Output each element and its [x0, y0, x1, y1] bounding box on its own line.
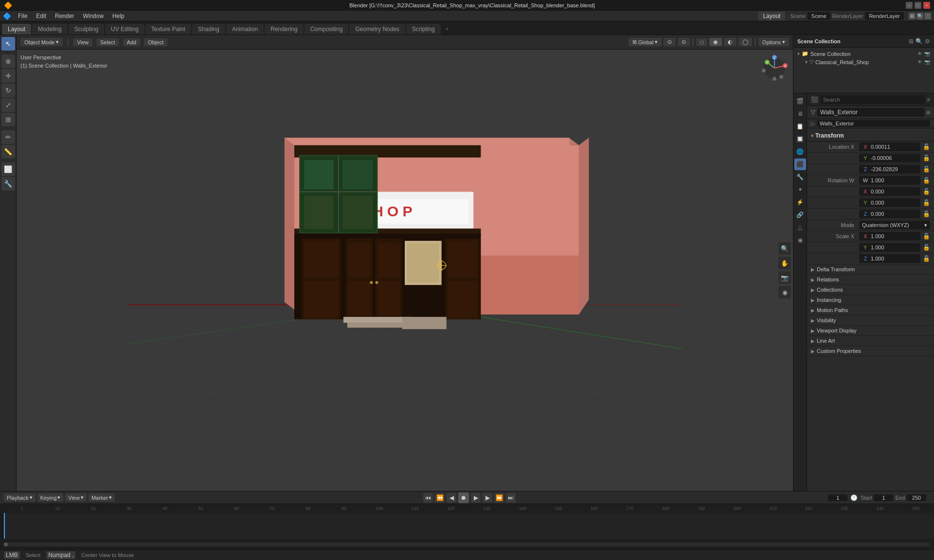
prop-icon-particles[interactable]: ✦ — [794, 184, 806, 195]
motion-paths-section[interactable]: ▶ Motion Paths — [807, 305, 934, 315]
start-frame-field[interactable]: 1 — [874, 494, 893, 501]
prop-icon-object[interactable]: ⬛ — [794, 158, 806, 170]
location-y-field[interactable]: Y -0.00006 — [859, 154, 920, 162]
tab-geometry-nodes[interactable]: Geometry Nodes — [349, 24, 405, 35]
proportional-btn[interactable]: ⊙ — [678, 38, 690, 46]
rotation-w-field[interactable]: W 1.000 — [859, 176, 920, 185]
tl-keying-btn[interactable]: Keying ▾ — [37, 493, 64, 502]
outliner-visibility-icon[interactable]: 👁 — [917, 51, 922, 56]
rotation-w-lock[interactable]: 🔓 — [922, 176, 930, 184]
rotation-y-lock[interactable]: 🔓 — [922, 199, 930, 207]
jump-start-btn[interactable]: ⏮ — [423, 493, 433, 503]
add-menu[interactable]: Add — [123, 38, 141, 46]
tab-layout[interactable]: Layout — [2, 24, 31, 35]
viewport-mode-dropdown[interactable]: Object Mode ▾ — [20, 38, 63, 46]
tab-compositing[interactable]: Compositing — [305, 24, 349, 35]
workspace-name[interactable]: Layout — [758, 12, 785, 20]
view-menu[interactable]: View — [73, 38, 92, 46]
tab-scripting[interactable]: Scripting — [406, 24, 441, 35]
scale-z-field[interactable]: Z 1.000 — [859, 254, 920, 263]
menu-window[interactable]: Window — [79, 12, 108, 20]
sub-object-name-field[interactable]: Walls_Exterior — [817, 120, 930, 127]
outliner-render-icon-2[interactable]: 📷 — [924, 59, 930, 65]
tab-animation[interactable]: Animation — [226, 24, 264, 35]
viewport-gizmo[interactable]: X Y Z — [760, 53, 789, 83]
display-material-btn[interactable]: ◐ — [724, 38, 736, 46]
header-icon-2[interactable]: 🔍 — [916, 13, 923, 19]
prop-icon-scene[interactable]: 🔲 — [794, 133, 806, 145]
jump-end-btn[interactable]: ⏭ — [506, 493, 516, 503]
tool-extra[interactable]: 🔧 — [1, 177, 15, 191]
tab-uv-editing[interactable]: UV Editing — [105, 24, 144, 35]
outliner-settings-icon[interactable]: ⚙ — [925, 38, 930, 45]
tab-shading[interactable]: Shading — [192, 24, 225, 35]
location-z-lock[interactable]: 🔓 — [922, 165, 930, 173]
tool-move[interactable]: ✛ — [1, 69, 15, 83]
maximize-button[interactable]: □ — [915, 2, 921, 9]
tool-transform[interactable]: ⊞ — [1, 113, 15, 126]
window-controls[interactable]: − □ × — [906, 2, 930, 9]
prop-icon-view-layer[interactable]: 📋 — [794, 121, 806, 132]
vp-grab-icon[interactable]: ✋ — [778, 257, 791, 269]
vp-camera-icon[interactable]: 📷 — [778, 271, 791, 284]
current-frame-field[interactable]: 1 — [828, 494, 847, 501]
location-x-lock[interactable]: 🔓 — [922, 143, 930, 151]
next-keyframe-btn[interactable]: ▶ — [483, 493, 492, 503]
tool-annotate[interactable]: ✏ — [1, 130, 15, 144]
scale-x-field[interactable]: X 1.000 — [859, 232, 920, 241]
outliner-search-icon[interactable]: 🔍 — [916, 38, 923, 45]
scale-x-lock[interactable]: 🔓 — [922, 232, 930, 240]
tl-view-btn[interactable]: View ▾ — [65, 493, 87, 502]
rotation-mode-dropdown[interactable]: Quaternion (WXYZ) ▾ — [859, 221, 930, 229]
line-art-section[interactable]: ▶ Line Art — [807, 336, 934, 346]
rotation-y-field[interactable]: Y 0.000 — [859, 198, 920, 207]
prop-icon-world[interactable]: 🌐 — [794, 146, 806, 158]
viewport-display-section[interactable]: ▶ Viewport Display — [807, 326, 934, 336]
prev-frame-btn[interactable]: ⏪ — [435, 493, 445, 503]
vp-zoom-icon[interactable]: 🔍 — [778, 242, 791, 255]
rotation-z-lock[interactable]: 🔓 — [922, 210, 930, 218]
header-icon-1[interactable]: ⊞ — [909, 13, 916, 19]
rotation-z-field[interactable]: Z 0.000 — [859, 210, 920, 218]
prop-icon-output[interactable]: 🖥 — [794, 108, 806, 120]
tool-select[interactable]: ↖ — [1, 37, 15, 51]
renderlayer-field[interactable]: RenderLayer — [865, 12, 904, 20]
prop-icon-modifier[interactable]: 🔧 — [794, 171, 806, 183]
prev-keyframe-btn[interactable]: ◀ — [447, 493, 456, 503]
display-wireframe-btn[interactable]: □ — [696, 38, 707, 46]
prop-search-input[interactable] — [820, 95, 925, 104]
tool-add[interactable]: ⬜ — [1, 162, 15, 176]
location-z-field[interactable]: Z -236.02829 — [859, 165, 920, 174]
instancing-section[interactable]: ▶ Instancing — [807, 295, 934, 305]
collections-section[interactable]: ▶ Collections — [807, 285, 934, 295]
tool-measure[interactable]: 📏 — [1, 145, 15, 158]
tl-marker-btn[interactable]: Marker ▾ — [89, 493, 115, 502]
timeline-scroll-handle[interactable] — [4, 542, 8, 546]
rotation-x-field[interactable]: X 0.000 — [859, 187, 920, 196]
prop-icon-material[interactable]: ◉ — [794, 234, 806, 246]
scale-y-lock[interactable]: 🔓 — [922, 244, 930, 251]
menu-help[interactable]: Help — [108, 12, 128, 20]
play-btn[interactable]: ▶ — [471, 493, 481, 503]
display-rendered-btn[interactable]: ◯ — [738, 38, 752, 46]
scene-field[interactable]: Scene — [808, 12, 830, 20]
object-menu[interactable]: Object — [144, 38, 167, 46]
timeline-track[interactable] — [0, 513, 934, 539]
prop-icon-data[interactable]: △ — [794, 222, 806, 233]
select-menu[interactable]: Select — [96, 38, 119, 46]
outliner-render-icon[interactable]: 📷 — [924, 51, 930, 56]
transform-section-header[interactable]: ▾ Transform — [807, 130, 934, 141]
snap-btn[interactable]: ⊙ — [664, 38, 676, 46]
prop-icon-render[interactable]: 🎬 — [794, 95, 806, 107]
tool-rotate[interactable]: ↻ — [1, 84, 15, 97]
tab-sculpting[interactable]: Sculpting — [69, 24, 104, 35]
object-name-field[interactable]: Walls_Exterior — [817, 108, 924, 117]
end-frame-field[interactable]: 250 — [907, 494, 926, 501]
prop-icon-physics[interactable]: ⚡ — [794, 196, 806, 208]
tab-texture-paint[interactable]: Texture Paint — [145, 24, 191, 35]
stop-btn[interactable]: ⏺ — [458, 492, 469, 503]
menu-render[interactable]: Render — [51, 12, 78, 20]
tab-modeling[interactable]: Modeling — [32, 24, 68, 35]
header-icon-3[interactable]: ⋮ — [924, 13, 931, 19]
close-button[interactable]: × — [923, 2, 930, 9]
